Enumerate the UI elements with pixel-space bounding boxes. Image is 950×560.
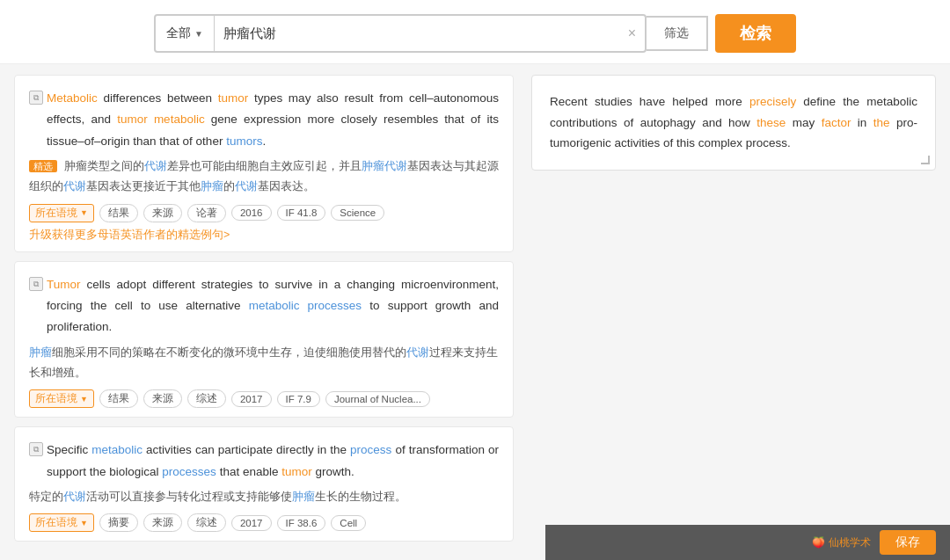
tag-journal-3[interactable]: Cell [331,515,366,531]
tag-type-2[interactable]: 综述 [187,389,226,408]
highlight-factor: factor [822,116,851,129]
save-button[interactable]: 保存 [880,530,936,555]
tag-context-1[interactable]: 所在语境 ▼ [29,204,94,222]
result-english-1: Metabolic differences between tumor type… [47,88,499,152]
copy-icon-2[interactable]: ⧉ [29,277,43,291]
result-chinese-1: 精选 肿瘤类型之间的代谢差异也可能由细胞自主效应引起，并且肿瘤代谢基因表达与其起… [29,156,499,197]
context-text: Recent studies have helped more precisel… [550,91,917,154]
highlight-tumor-1: tumor [218,91,249,105]
tag-source-2[interactable]: 来源 [143,389,182,408]
search-bar: 全部 ▼ × 筛选 检索 [0,0,950,64]
tag-if-1[interactable]: IF 41.8 [277,205,326,221]
search-container: 全部 ▼ × [154,14,647,53]
tag-journal-2[interactable]: Journal of Nuclea... [325,391,430,407]
category-chevron-icon: ▼ [194,29,203,39]
jingxuan-badge-1: 精选 [29,160,57,172]
results-pane: ⧉ Metabolic differences between tumor ty… [14,75,522,550]
highlight-precisely: precisely [749,95,796,108]
highlight-metabolic-3: metabolic processes [249,299,362,312]
cn-highlight-1: 代谢 [144,159,167,172]
cn-highlight-8: 代谢 [63,490,86,503]
highlight-tumor-4: tumor [281,465,312,478]
cn-highlight-7: 代谢 [406,345,429,359]
clear-icon[interactable]: × [619,16,645,51]
highlight-tumors-1: tumors [226,135,262,148]
result-item: ⧉ Metabolic differences between tumor ty… [14,75,514,252]
bottom-bar: 🍑 仙桃学术 保存 [545,525,950,560]
highlight-metabolic-1: Metabolic [47,91,98,105]
highlight-metabolic-2: metabolic [154,113,205,126]
result-header-3: ⧉ Specific metabolic activities can part… [29,440,499,486]
tag-context-2[interactable]: 所在语境 ▼ [29,389,94,408]
highlight-processes-1: processes [162,465,216,478]
highlight-process-1: process [350,443,391,456]
highlight-tumor-3: Tumor [47,278,81,291]
highlight-the: the [873,116,890,129]
cn-highlight-2: 肿瘤代谢 [362,159,407,172]
tag-abstract-3[interactable]: 摘要 [99,513,138,532]
result-english-3: Specific metabolic activities can partic… [47,440,499,483]
tag-year-3[interactable]: 2017 [231,515,272,531]
search-input[interactable] [215,16,619,51]
tag-journal-1[interactable]: Science [331,205,384,221]
cn-highlight-5: 代谢 [235,179,258,193]
tag-result-2[interactable]: 结果 [99,389,138,408]
cn-highlight-6: 肿瘤 [29,345,52,359]
result-chinese-3: 特定的代谢活动可以直接参与转化过程或支持能够使肿瘤生长的生物过程。 [29,486,499,506]
tag-source-3[interactable]: 来源 [143,513,182,532]
tag-chevron-1: ▼ [80,208,88,217]
result-chinese-2: 肿瘤细胞采用不同的策略在不断变化的微环境中生存，迫使细胞使用替代的代谢过程来支持… [29,342,499,383]
brand-logo: 🍑 仙桃学术 [812,535,871,550]
copy-icon[interactable]: ⧉ [29,91,43,105]
tag-chevron-2: ▼ [80,395,88,404]
highlight-metabolic-4: metabolic [91,443,142,456]
tag-source-1[interactable]: 来源 [143,204,182,222]
search-button[interactable]: 检索 [715,14,796,53]
tag-type-1[interactable]: 论著 [187,204,226,222]
highlight-tumor-2: tumor [117,113,148,126]
tags-row-2: 所在语境 ▼ 结果 来源 综述 2017 IF 7.9 Journal of N… [29,389,499,408]
tags-row-1: 所在语境 ▼ 结果 来源 论著 2016 IF 41.8 Science [29,204,499,222]
cn-highlight-9: 肿瘤 [292,490,315,503]
tag-if-2[interactable]: IF 7.9 [277,391,320,407]
result-header-2: ⧉ Tumor cells adopt different strategies… [29,274,499,342]
upgrade-link[interactable]: 升级获得更多母语英语作者的精选例句> [29,222,499,243]
tag-year-2[interactable]: 2017 [231,391,272,407]
copy-icon-3[interactable]: ⧉ [29,442,43,456]
tag-chevron-3: ▼ [80,519,88,527]
result-english-2: Tumor cells adopt different strategies t… [47,274,499,338]
tag-year-1[interactable]: 2016 [231,205,272,221]
result-item-2: ⧉ Tumor cells adopt different strategies… [14,261,514,418]
resize-handle[interactable] [921,156,930,164]
main-content: ⧉ Metabolic differences between tumor ty… [0,64,950,560]
filter-button[interactable]: 筛选 [647,16,708,51]
tag-context-3[interactable]: 所在语境 ▼ [29,513,94,532]
tag-type-3[interactable]: 综述 [187,513,226,532]
result-header: ⧉ Metabolic differences between tumor ty… [29,88,499,156]
cn-highlight-3: 代谢 [63,179,86,193]
brand-name: 仙桃学术 [829,535,871,550]
highlight-these: these [756,116,786,129]
category-dropdown[interactable]: 全部 ▼ [156,16,215,51]
result-item-3: ⧉ Specific metabolic activities can part… [14,426,514,542]
tag-if-3[interactable]: IF 38.6 [277,515,326,531]
tag-result-1[interactable]: 结果 [99,204,138,222]
category-label: 全部 [166,25,191,41]
context-pane: Recent studies have helped more precisel… [531,75,936,171]
brand-icon: 🍑 [812,536,825,549]
cn-highlight-4: 肿瘤 [201,179,223,193]
tags-row-3: 所在语境 ▼ 摘要 来源 综述 2017 IF 38.6 Cell [29,513,499,532]
